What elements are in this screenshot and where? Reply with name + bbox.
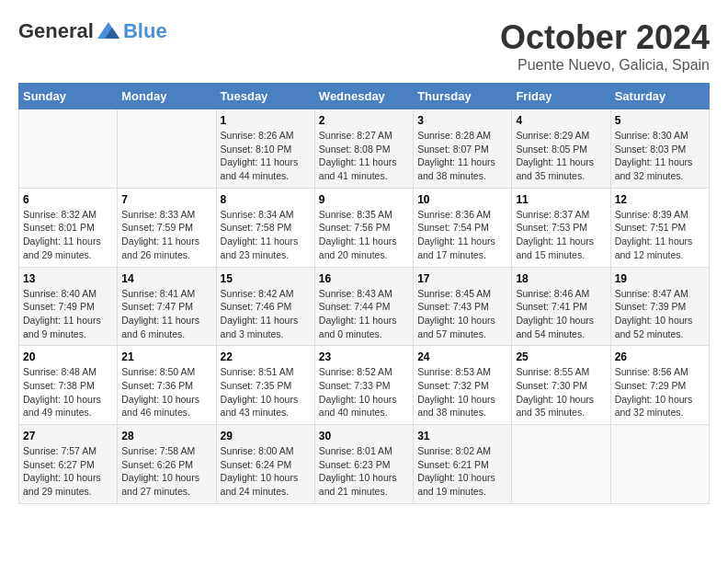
month-title: October 2024	[500, 18, 710, 57]
calendar-cell: 26Sunrise: 8:56 AMSunset: 7:29 PMDayligh…	[610, 346, 709, 425]
day-number: 21	[121, 350, 211, 363]
day-info: Sunrise: 8:35 AMSunset: 7:56 PMDaylight:…	[319, 208, 409, 262]
day-number: 31	[417, 430, 507, 442]
header-day: Wednesday	[314, 84, 413, 109]
calendar-cell	[19, 109, 118, 189]
calendar-body: 1Sunrise: 8:26 AMSunset: 8:10 PMDaylight…	[19, 109, 710, 504]
day-info: Sunrise: 8:40 AMSunset: 7:49 PMDaylight:…	[23, 287, 113, 341]
calendar-cell: 23Sunrise: 8:52 AMSunset: 7:33 PMDayligh…	[314, 346, 413, 425]
day-info: Sunrise: 8:42 AMSunset: 7:46 PMDaylight:…	[221, 287, 311, 341]
calendar-week-row: 6Sunrise: 8:32 AMSunset: 8:01 PMDaylight…	[19, 188, 710, 267]
day-number: 18	[516, 272, 606, 285]
day-number: 26	[615, 350, 705, 363]
location: Puente Nuevo, Galicia, Spain	[500, 57, 710, 74]
calendar-cell: 31Sunrise: 8:02 AMSunset: 6:21 PMDayligh…	[414, 425, 512, 504]
calendar-cell: 15Sunrise: 8:42 AMSunset: 7:46 PMDayligh…	[216, 267, 314, 346]
day-number: 7	[121, 193, 211, 206]
calendar-header: SundayMondayTuesdayWednesdayThursdayFrid…	[19, 84, 710, 109]
day-number: 14	[121, 272, 211, 285]
day-info: Sunrise: 8:30 AMSunset: 8:03 PMDaylight:…	[615, 129, 705, 183]
day-number: 5	[615, 114, 705, 127]
calendar-cell: 28Sunrise: 7:58 AMSunset: 6:26 PMDayligh…	[118, 425, 216, 504]
header-row: SundayMondayTuesdayWednesdayThursdayFrid…	[19, 84, 710, 109]
day-info: Sunrise: 8:29 AMSunset: 8:05 PMDaylight:…	[516, 129, 606, 183]
day-number: 17	[417, 272, 507, 285]
day-number: 29	[221, 430, 311, 442]
day-info: Sunrise: 8:28 AMSunset: 8:07 PMDaylight:…	[417, 129, 507, 183]
day-info: Sunrise: 8:45 AMSunset: 7:43 PMDaylight:…	[417, 287, 507, 341]
calendar-cell: 2Sunrise: 8:27 AMSunset: 8:08 PMDaylight…	[314, 109, 413, 189]
calendar-cell: 13Sunrise: 8:40 AMSunset: 7:49 PMDayligh…	[19, 267, 118, 346]
day-info: Sunrise: 8:01 AMSunset: 6:23 PMDaylight:…	[319, 444, 409, 499]
logo-icon	[96, 18, 121, 44]
calendar-week-row: 1Sunrise: 8:26 AMSunset: 8:10 PMDaylight…	[19, 109, 710, 189]
day-info: Sunrise: 8:02 AMSunset: 6:21 PMDaylight:…	[417, 444, 507, 499]
day-number: 1	[221, 114, 311, 127]
logo-general: General	[18, 19, 94, 43]
day-info: Sunrise: 8:39 AMSunset: 7:51 PMDaylight:…	[615, 208, 705, 262]
calendar-cell: 14Sunrise: 8:41 AMSunset: 7:47 PMDayligh…	[118, 267, 216, 346]
header-day: Sunday	[19, 84, 118, 109]
day-number: 20	[23, 350, 113, 363]
header-day: Monday	[118, 84, 216, 109]
day-info: Sunrise: 8:46 AMSunset: 7:41 PMDaylight:…	[516, 287, 606, 341]
header-day: Thursday	[414, 84, 512, 109]
calendar-cell	[512, 425, 610, 504]
day-number: 12	[615, 193, 705, 206]
day-info: Sunrise: 7:58 AMSunset: 6:26 PMDaylight:…	[121, 444, 211, 499]
logo-blue: Blue	[123, 19, 167, 43]
calendar-cell: 30Sunrise: 8:01 AMSunset: 6:23 PMDayligh…	[314, 425, 413, 504]
calendar-cell: 10Sunrise: 8:36 AMSunset: 7:54 PMDayligh…	[414, 188, 512, 267]
day-info: Sunrise: 8:26 AMSunset: 8:10 PMDaylight:…	[221, 129, 311, 183]
day-number: 9	[319, 193, 409, 206]
calendar-cell: 11Sunrise: 8:37 AMSunset: 7:53 PMDayligh…	[512, 188, 610, 267]
calendar-cell: 5Sunrise: 8:30 AMSunset: 8:03 PMDaylight…	[610, 109, 709, 189]
day-info: Sunrise: 8:41 AMSunset: 7:47 PMDaylight:…	[121, 287, 211, 341]
day-number: 23	[319, 350, 409, 363]
calendar-week-row: 20Sunrise: 8:48 AMSunset: 7:38 PMDayligh…	[19, 346, 710, 425]
day-number: 8	[221, 193, 311, 206]
day-number: 11	[516, 193, 606, 206]
day-number: 15	[221, 272, 311, 285]
calendar-cell: 22Sunrise: 8:51 AMSunset: 7:35 PMDayligh…	[216, 346, 314, 425]
calendar-cell	[610, 425, 709, 504]
day-info: Sunrise: 8:52 AMSunset: 7:33 PMDaylight:…	[319, 365, 409, 419]
calendar-cell: 1Sunrise: 8:26 AMSunset: 8:10 PMDaylight…	[216, 109, 314, 189]
calendar-cell: 3Sunrise: 8:28 AMSunset: 8:07 PMDaylight…	[414, 109, 512, 189]
calendar-table: SundayMondayTuesdayWednesdayThursdayFrid…	[18, 83, 710, 504]
calendar-cell: 20Sunrise: 8:48 AMSunset: 7:38 PMDayligh…	[19, 346, 118, 425]
day-number: 30	[319, 430, 409, 442]
day-number: 24	[417, 350, 507, 363]
calendar-cell: 12Sunrise: 8:39 AMSunset: 7:51 PMDayligh…	[610, 188, 709, 267]
calendar-cell: 27Sunrise: 7:57 AMSunset: 6:27 PMDayligh…	[19, 425, 118, 504]
day-number: 4	[516, 114, 606, 127]
calendar-cell: 4Sunrise: 8:29 AMSunset: 8:05 PMDaylight…	[512, 109, 610, 189]
day-number: 16	[319, 272, 409, 285]
day-number: 10	[417, 193, 507, 206]
day-info: Sunrise: 8:34 AMSunset: 7:58 PMDaylight:…	[221, 208, 311, 262]
calendar-cell: 7Sunrise: 8:33 AMSunset: 7:59 PMDaylight…	[118, 188, 216, 267]
day-info: Sunrise: 8:56 AMSunset: 7:29 PMDaylight:…	[615, 365, 705, 419]
day-info: Sunrise: 8:55 AMSunset: 7:30 PMDaylight:…	[516, 365, 606, 419]
day-number: 28	[121, 430, 211, 442]
calendar-cell: 17Sunrise: 8:45 AMSunset: 7:43 PMDayligh…	[414, 267, 512, 346]
day-number: 25	[516, 350, 606, 363]
calendar-cell: 21Sunrise: 8:50 AMSunset: 7:36 PMDayligh…	[118, 346, 216, 425]
day-number: 3	[417, 114, 507, 127]
calendar-week-row: 27Sunrise: 7:57 AMSunset: 6:27 PMDayligh…	[19, 425, 710, 504]
calendar-cell: 18Sunrise: 8:46 AMSunset: 7:41 PMDayligh…	[512, 267, 610, 346]
calendar-cell: 8Sunrise: 8:34 AMSunset: 7:58 PMDaylight…	[216, 188, 314, 267]
day-number: 6	[23, 193, 113, 206]
day-number: 22	[221, 350, 311, 363]
header-day: Saturday	[610, 84, 709, 109]
day-info: Sunrise: 8:48 AMSunset: 7:38 PMDaylight:…	[23, 365, 113, 419]
day-info: Sunrise: 8:51 AMSunset: 7:35 PMDaylight:…	[221, 365, 311, 419]
calendar-cell: 9Sunrise: 8:35 AMSunset: 7:56 PMDaylight…	[314, 188, 413, 267]
day-info: Sunrise: 8:43 AMSunset: 7:44 PMDaylight:…	[319, 287, 409, 341]
day-info: Sunrise: 8:27 AMSunset: 8:08 PMDaylight:…	[319, 129, 409, 183]
logo: General Blue	[18, 18, 167, 44]
calendar-week-row: 13Sunrise: 8:40 AMSunset: 7:49 PMDayligh…	[19, 267, 710, 346]
calendar-cell: 16Sunrise: 8:43 AMSunset: 7:44 PMDayligh…	[314, 267, 413, 346]
day-info: Sunrise: 8:47 AMSunset: 7:39 PMDaylight:…	[615, 287, 705, 341]
header-day: Friday	[512, 84, 610, 109]
